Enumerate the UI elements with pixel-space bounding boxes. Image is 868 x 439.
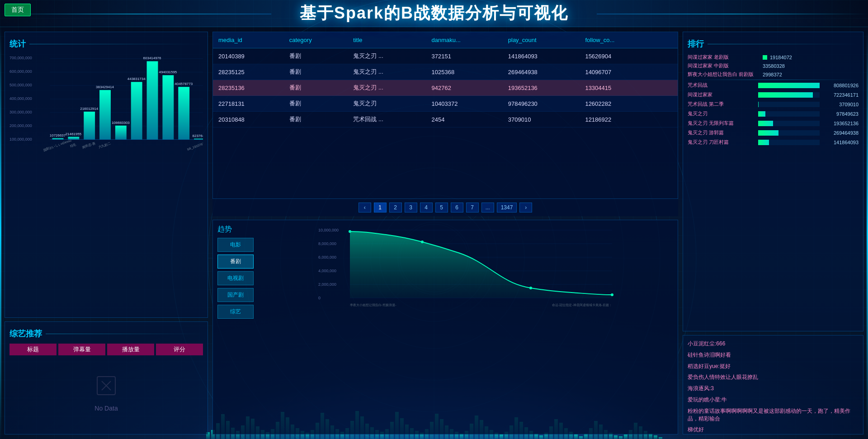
svg-text:8237647: 8237647 — [193, 134, 203, 138]
table-row[interactable]: 20140389 番剧 鬼灭之刃 ... 372151 141864093 15… — [213, 48, 678, 64]
rank-bar-label-4: 鬼灭之刃 无限列车篇 — [688, 120, 755, 127]
cell-follow-co: 14096707 — [580, 64, 657, 80]
page-prev[interactable]: ‹ — [359, 203, 371, 212]
trend-cat-电视剧[interactable]: 电视剧 — [217, 271, 254, 285]
svg-rect-35 — [115, 126, 127, 140]
variety-table-header: 标题 弹幕量 播放量 评分 — [9, 344, 203, 355]
th-follow-co: follow_co... — [580, 32, 657, 48]
stats-chart: 700,000,000 600,000,000 500,000,000 400,… — [9, 54, 203, 162]
svg-text:443831734: 443831734 — [127, 77, 146, 81]
cell-danmaku: 2454 — [426, 112, 503, 127]
cell-title: 鬼灭之刃 ... — [348, 64, 426, 80]
trend-chart: 10,000,000 8,000,000 6,000,000 4,000,000… — [257, 225, 673, 430]
svg-text:结毛: 结毛 — [70, 143, 77, 148]
table-row[interactable]: 22718131 番剧 鬼灭之刃 10403372 978496230 1260… — [213, 96, 678, 112]
trend-cat-电影[interactable]: 电影 — [217, 238, 254, 252]
page-4[interactable]: 4 — [420, 203, 433, 212]
th-play-count: play_count — [503, 32, 580, 48]
th-extra — [657, 32, 678, 48]
svg-text:500,000,000: 500,000,000 — [9, 83, 32, 87]
comments-list: 小豆泥红尘:666硅针鱼诗泪啊好看稻选好豆yue:挺好爱负伤人情特效让人眼花撩乱… — [688, 340, 859, 434]
th-danmaku: danmaku... — [426, 32, 503, 48]
trend-cat-国产剧[interactable]: 国产剧 — [217, 288, 254, 302]
cell-follow-co: 13304415 — [580, 80, 657, 96]
rank-bar-label-1: 间谍过家家 — [688, 91, 755, 98]
cell-title: 鬼灭之刃 ... — [348, 48, 426, 64]
top-deco-right — [597, 14, 868, 14]
rank-bar-fill-6 — [758, 140, 769, 145]
rank-bar-container-3 — [758, 111, 820, 117]
cell-category: 番剧 — [284, 48, 348, 64]
rank-top-label-2: 辉夜大小姐想让我告白 前剧版 — [688, 71, 760, 78]
svg-text:603414976: 603414976 — [143, 56, 161, 60]
variety-title: 综艺推荐 — [9, 326, 42, 341]
rank-bar-item-4: 鬼灭之刃 无限列车篇 193652136 — [688, 120, 859, 127]
rank-bar-label-0: 咒术回战 — [688, 82, 755, 89]
rank-bar-fill-4 — [758, 121, 773, 126]
comment-3: 爱负伤人情特效让人眼花撩乱 — [688, 373, 859, 381]
svg-text:700,000,000: 700,000,000 — [9, 56, 32, 60]
rank-bar-item-6: 鬼灭之刃 刀匠村篇 141864093 — [688, 139, 859, 146]
table-row[interactable]: 28235136 番剧 鬼灭之刃 ... 942762 193652136 13… — [213, 80, 678, 96]
page-1[interactable]: 1 — [374, 203, 387, 212]
svg-text:108683303: 108683303 — [112, 121, 130, 125]
cell-play-count: 978496230 — [503, 96, 580, 112]
trend-cat-番剧[interactable]: 番剧 — [217, 255, 254, 269]
page-1347[interactable]: 1347 — [497, 203, 517, 212]
svg-text:600,000,000: 600,000,000 — [9, 69, 32, 74]
comment-0: 小豆泥红尘:666 — [688, 340, 859, 348]
no-data-text: No Data — [94, 405, 118, 412]
svg-rect-41 — [162, 75, 174, 139]
bar-chart-svg: 700,000,000 600,000,000 500,000,000 400,… — [9, 54, 203, 153]
rank-bar-item-1: 间谍过家家 722346171 — [688, 91, 859, 98]
cell-play-count: 269464938 — [503, 64, 580, 80]
svg-text:494031595: 494031595 — [159, 70, 177, 74]
variety-no-data: No Data — [9, 359, 203, 427]
svg-text:bili_19107624927: bili_19107624927 — [187, 139, 203, 151]
table-row[interactable]: 20310848 番剧 咒术回战 ... 2454 3709010 121869… — [213, 112, 678, 127]
rank-top-2: 辉夜大小姐想让我告白 前剧版 2998372 — [688, 71, 859, 78]
page-2[interactable]: 2 — [389, 203, 402, 212]
page-5[interactable]: 5 — [435, 203, 448, 212]
cell-media-id: 20310848 — [213, 112, 284, 127]
home-button[interactable]: 首页 — [5, 4, 31, 16]
comment-7: 梯优好 — [688, 426, 859, 434]
variety-section: 综艺推荐 标题 弹幕量 播放量 评分 — [5, 321, 208, 434]
rank-bar-label-5: 鬼灭之刃 游郭篇 — [688, 129, 755, 136]
cell-danmaku: 1025368 — [426, 64, 503, 80]
rank-bar-item-3: 鬼灭之刃 97849623 — [688, 110, 859, 117]
rank-bar-label-6: 鬼灭之刃 刀匠村篇 — [688, 139, 755, 146]
trend-cat-综艺[interactable]: 综艺 — [217, 305, 254, 319]
page-next[interactable]: › — [519, 203, 532, 212]
rank-top-0: 间谍过家家 老剧版 19184072 — [688, 54, 859, 61]
page-6[interactable]: 6 — [451, 203, 463, 212]
table-row[interactable]: 28235125 番剧 鬼灭之刃 ... 1025368 269464938 1… — [213, 64, 678, 80]
cell-extra — [657, 64, 678, 80]
stats-section: 统计 700,000,000 600,000,000 500,000,000 4… — [5, 32, 208, 318]
page-...[interactable]: ... — [481, 203, 494, 212]
variety-header: 综艺推荐 — [9, 326, 203, 341]
rank-top-value-0: 19184072 — [770, 55, 792, 60]
page-7[interactable]: 7 — [466, 203, 479, 212]
svg-text:命运-冠位指定-神圣阿虚领域卡美洛-后篇：: 命运-冠位指定-神圣阿虚领域卡美洛-后篇： — [552, 303, 612, 307]
rank-bar-value-3: 97849623 — [822, 111, 859, 117]
variety-header-line — [46, 334, 203, 334]
cell-extra — [657, 112, 678, 127]
svg-text:0: 0 — [318, 296, 321, 300]
rank-bar-item-2: 咒术回战 第二季 3709010 — [688, 101, 859, 108]
svg-text:国剧おいしいnDessu: 国剧おいしいnDessu — [43, 139, 72, 152]
svg-text:400,000,000: 400,000,000 — [9, 96, 32, 101]
trend-sidebar: 电影番剧电视剧国产剧综艺 — [217, 238, 254, 319]
svg-rect-37 — [131, 82, 142, 139]
page-3[interactable]: 3 — [405, 203, 417, 212]
ranking-title: 排行 — [688, 37, 704, 51]
svg-text:10726637: 10726637 — [50, 133, 66, 137]
svg-rect-43 — [178, 87, 189, 139]
ranking-section: 排行 间谍过家家 老剧版 19184072 间谍过家家 中剧版 33580328… — [683, 32, 863, 331]
cell-danmaku: 10403372 — [426, 96, 503, 112]
rank-bar-container-5 — [758, 130, 820, 136]
svg-text:六九剧二: 六九剧二 — [98, 142, 111, 149]
data-table-wrapper[interactable]: media_id category title danmaku... play_… — [212, 32, 678, 199]
ranking-header-line — [708, 44, 859, 44]
cell-category: 番剧 — [284, 80, 348, 96]
